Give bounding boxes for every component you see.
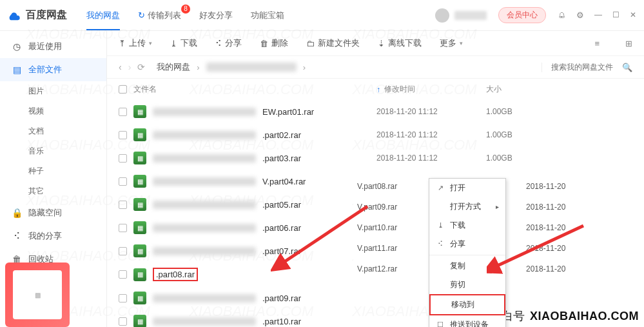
ctx-download[interactable]: ⤓下载 [429,216,505,235]
list-view-icon[interactable]: ≡ [594,39,600,48]
file-date: 2018-11-20 [522,238,574,259]
chevron-right-icon: ▸ [496,203,499,210]
folder-plus-icon: 🗀 [306,39,315,48]
chevron-down-icon: ▾ [149,40,152,46]
tab-toolbox[interactable]: 功能宝箱 [251,1,284,30]
rar-icon: ▦ [133,221,146,234]
share-icon: ⠪ [436,240,445,248]
col-mtime[interactable]: 修改时间 [384,84,415,95]
sidebar-cat-seeds[interactable]: 种子 [0,161,106,181]
file-row[interactable]: ▦.part02.rar2018-11-20 11:121.00GB [107,123,644,146]
search-box[interactable]: 🔍 [542,63,632,72]
file-row[interactable]: ▦.part03.rar2018-11-20 11:121.00GB [107,146,644,170]
sidebar-cat-docs[interactable]: 文档 [0,121,106,141]
ctx-open[interactable]: ↗打开 [429,179,505,197]
file-list-secondary-dates: 2018-11-202018-11-202018-11-202018-11-20… [522,176,574,279]
ctx-open-with[interactable]: 打开方式▸ [429,197,505,216]
new-folder-button[interactable]: 🗀新建文件夹 [306,37,360,49]
row-checkbox[interactable] [119,247,127,255]
close-icon[interactable]: ✕ [630,10,636,20]
row-checkbox[interactable] [119,154,127,163]
back-icon[interactable]: ‹ [119,62,122,72]
tab-transfers[interactable]: ↻传输列表8 [138,1,181,30]
search-icon[interactable]: 🔍 [622,63,632,72]
app-header: 百度网盘 我的网盘 ↻传输列表8 好友分享 功能宝箱 会员中心 🕭 ⚙ — ☐ … [0,0,644,31]
sort-arrow-icon[interactable]: ↑ [376,85,380,94]
file-row[interactable]: ▦EW.part01.rar2018-11-20 11:121.00GB [107,100,644,123]
row-checkbox[interactable] [119,317,127,326]
vip-button[interactable]: 会员中心 [498,7,546,23]
upload-button[interactable]: ⤒上传▾ [119,37,152,49]
sidebar-cat-video[interactable]: 视频 [0,101,106,121]
row-checkbox[interactable] [119,177,127,186]
reload-icon[interactable]: ⟳ [137,62,145,72]
ctx-share[interactable]: ⠪分享 [429,235,505,253]
row-checkbox[interactable] [119,224,127,232]
search-input[interactable] [551,63,622,72]
file-row[interactable]: V.part12.rar [353,259,437,279]
file-row[interactable]: V.part11.rar [353,238,437,259]
file-row[interactable]: V.part09.rar [353,197,437,217]
qr-promo[interactable]: ▩ [5,263,70,327]
files-icon: ▤ [12,64,22,75]
rar-icon: ▦ [133,268,146,281]
bell-icon[interactable]: 🕭 [558,10,566,20]
offline-download-button[interactable]: ⇣离线下载 [378,37,422,49]
cloud-down-icon: ⇣ [378,39,385,48]
rar-icon: ▦ [133,152,146,164]
sidebar-my-share[interactable]: ⠪我的分享 [0,224,106,248]
username-blurred [454,11,487,20]
avatar[interactable] [435,8,449,23]
ctx-copy[interactable]: 复制 [429,257,505,275]
separator [429,255,505,255]
forward-icon[interactable]: › [128,62,132,72]
sidebar-cat-images[interactable]: 图片 [0,81,106,101]
download-button[interactable]: ⤓下载 [170,37,197,49]
header-icons: 🕭 ⚙ — ☐ ✕ [558,10,636,20]
rar-icon: ▦ [133,175,146,188]
file-row[interactable]: V.part10.rar [353,217,437,238]
sidebar-cat-music[interactable]: 音乐 [0,141,106,161]
main-tabs: 我的网盘 ↻传输列表8 好友分享 功能宝箱 [86,1,284,30]
grid-view-icon[interactable]: ⊞ [625,39,632,48]
more-button[interactable]: 更多▾ [440,37,463,49]
ctx-push-device[interactable]: ☐推送到设备 [429,315,505,327]
row-checkbox[interactable] [119,108,127,116]
sidebar: ◷最近使用 ▤全部文件 图片 视频 文档 音乐 种子 其它 🔒隐藏空间 ⠪我的分… [0,31,107,327]
sidebar-all-files[interactable]: ▤全部文件 [0,58,106,81]
row-checkbox[interactable] [119,294,127,302]
tab-my-disk[interactable]: 我的网盘 [86,1,120,30]
download-icon: ⤓ [170,39,177,48]
col-name[interactable]: 文件名 [133,84,157,95]
sidebar-cat-other[interactable]: 其它 [0,181,106,201]
row-checkbox[interactable] [119,270,127,279]
rar-icon: ▦ [133,198,146,211]
transfer-badge: 8 [181,5,190,14]
minimize-icon[interactable]: — [594,10,602,20]
sidebar-hidden[interactable]: 🔒隐藏空间 [0,201,106,224]
breadcrumb: ‹ › ⟳ 我的网盘 › › 🔍 [107,56,644,79]
crumb-blurred [206,63,297,72]
share-button[interactable]: ⠪分享 [215,37,242,49]
ctx-move-to[interactable]: 移动到 [429,294,505,315]
sidebar-recent[interactable]: ◷最近使用 [0,35,106,58]
tab-friend-share[interactable]: 好友分享 [199,1,233,30]
gear-icon[interactable]: ⚙ [576,10,584,20]
cloud-icon [8,8,22,23]
row-checkbox[interactable] [119,201,127,209]
ctx-cut[interactable]: 剪切 [429,275,505,294]
select-all-checkbox[interactable] [119,85,127,94]
col-size[interactable]: 大小 [486,84,502,94]
row-checkbox[interactable] [119,131,127,139]
chevron-down-icon: ▾ [460,40,463,46]
crumb-root[interactable]: 我的网盘 [157,61,190,73]
maximize-icon[interactable]: ☐ [612,10,620,20]
file-date: 2018-11-20 [522,197,574,217]
file-date: 2018-11-20 [522,176,574,197]
rar-icon: ▦ [133,105,146,118]
file-row[interactable]: V.part08.rar [353,176,437,197]
brand-logo: 百度网盘 [8,8,67,23]
file-date: 2018-11-20 [522,217,574,238]
delete-button[interactable]: 🗑删除 [260,37,288,49]
brand-text: 百度网盘 [26,8,67,22]
